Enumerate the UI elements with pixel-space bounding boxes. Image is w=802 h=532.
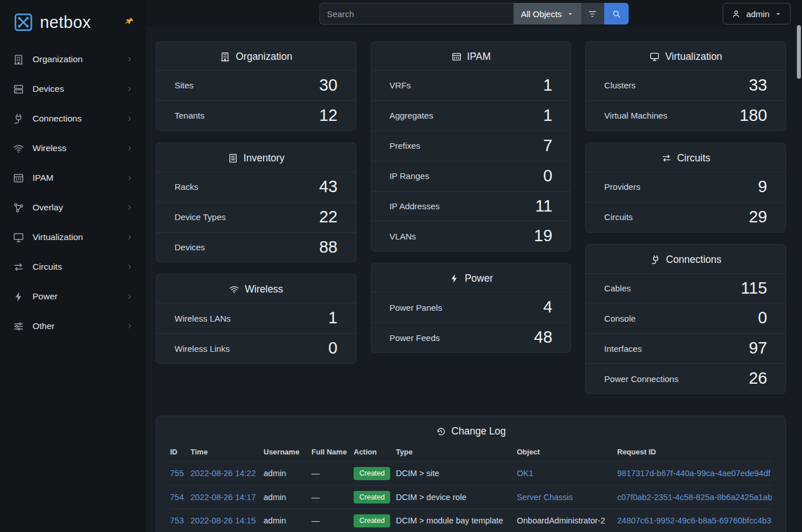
changelog-fullname: — xyxy=(311,509,354,532)
sidebar-item-circuits[interactable]: Circuits xyxy=(0,252,146,282)
stat-label: Wireless LANs xyxy=(175,314,230,323)
stat-value: 1 xyxy=(543,107,552,125)
sidebar-item-power[interactable]: Power xyxy=(0,282,146,311)
card-title: Inventory xyxy=(244,152,285,164)
sidebar-item-label: Organization xyxy=(33,54,118,64)
card-title: Power xyxy=(465,273,493,285)
changelog-object-link[interactable]: Server Chassis xyxy=(517,493,573,502)
changelog-type: DCIM > device role xyxy=(396,485,517,509)
stat-label: Tenants xyxy=(175,111,205,120)
stat-label: Prefixes xyxy=(390,141,420,151)
changelog-time-link[interactable]: 2022-08-26 14:17 xyxy=(191,493,256,502)
app: netbox Organization Devices Connections … xyxy=(0,0,802,532)
changelog-id-link[interactable]: 753 xyxy=(170,516,184,525)
stat-row-devices[interactable]: Devices 88 xyxy=(156,232,356,262)
filter-button[interactable] xyxy=(581,3,604,25)
changelog-request-id-link[interactable]: c07f0ab2-2351-4c58-825a-8b6a2425a1ab xyxy=(617,493,772,502)
netbox-logo-icon xyxy=(13,11,34,33)
stat-value: 88 xyxy=(319,238,337,257)
caret-down-icon xyxy=(566,10,574,18)
server-icon xyxy=(13,83,25,95)
stat-row-console[interactable]: Console 0 xyxy=(586,303,785,333)
card-power: Power Power Panels 4 Power Feeds 48 xyxy=(371,263,572,353)
stat-label: Wireless Links xyxy=(175,344,230,354)
sidebar-item-wireless[interactable]: Wireless xyxy=(0,133,146,163)
building-icon xyxy=(220,51,230,62)
changelog-id-link[interactable]: 755 xyxy=(170,469,184,478)
stat-row-prefixes[interactable]: Prefixes 7 xyxy=(371,131,571,161)
stat-value: 97 xyxy=(749,339,767,358)
object-type-label: All Objects xyxy=(521,9,562,19)
sidebar-item-label: IPAM xyxy=(33,173,118,183)
stat-row-vrfs[interactable]: VRFs 1 xyxy=(371,70,571,100)
card-virtualization: Virtualization Clusters 33 Virtual Machi… xyxy=(585,41,786,131)
building-icon xyxy=(13,54,25,66)
sidebar-item-virtualization[interactable]: Virtualization xyxy=(0,222,146,252)
stat-row-aggregates[interactable]: Aggregates 1 xyxy=(371,100,571,131)
stat-row-wireless-links[interactable]: Wireless Links 0 xyxy=(156,333,356,363)
sliders-icon xyxy=(13,320,25,332)
stat-row-tenants[interactable]: Tenants 12 xyxy=(156,100,356,131)
changelog-time-link[interactable]: 2022-08-26 14:22 xyxy=(191,469,256,478)
stat-row-power-connections[interactable]: Power Connections 26 xyxy=(586,363,785,393)
changelog-time-link[interactable]: 2022-08-26 14:15 xyxy=(191,516,256,525)
brand-wordmark: netbox xyxy=(40,13,91,32)
changelog-object-link[interactable]: OK1 xyxy=(517,469,533,478)
stat-row-interfaces[interactable]: Interfaces 97 xyxy=(586,333,785,363)
sidebar-item-connections[interactable]: Connections xyxy=(0,104,146,133)
sidebar-item-devices[interactable]: Devices xyxy=(0,74,146,104)
stat-label: IP Ranges xyxy=(390,171,430,181)
chevron-right-icon xyxy=(125,233,133,241)
stat-row-wireless-lans[interactable]: Wireless LANs 1 xyxy=(156,303,356,333)
stat-row-circuits[interactable]: Circuits 29 xyxy=(586,202,785,232)
stat-row-device-types[interactable]: Device Types 22 xyxy=(156,202,356,232)
changelog-action-badge: Created xyxy=(354,491,390,504)
stat-label: Power Connections xyxy=(604,374,678,384)
stat-row-power-panels[interactable]: Power Panels 4 xyxy=(371,292,571,322)
chevron-right-icon xyxy=(125,144,133,152)
card-title: Wireless xyxy=(245,283,283,295)
person-icon-wrap xyxy=(731,9,741,19)
stat-label: Power Panels xyxy=(390,303,443,312)
changelog-row: 755 2022-08-26 14:22 admin — Created DCI… xyxy=(170,462,772,486)
stat-row-racks[interactable]: Racks 43 xyxy=(156,172,356,202)
stat-row-vlans[interactable]: VLANs 19 xyxy=(371,221,571,251)
search-button[interactable] xyxy=(604,3,629,25)
stat-row-clusters[interactable]: Clusters 33 xyxy=(586,70,785,100)
dashboard-grid: Organization Sites 30 Tenants 12 Invento… xyxy=(156,41,786,394)
dashboard-column: IPAM VRFs 1 Aggregates 1 Prefixes 7 IP R… xyxy=(371,41,572,353)
sidebar-item-other[interactable]: Other xyxy=(0,311,146,341)
search-input[interactable] xyxy=(319,3,513,25)
changelog-col-type: Type xyxy=(396,445,517,462)
card-title: Circuits xyxy=(677,152,710,164)
changelog-title: Change Log xyxy=(451,425,505,437)
changelog-row: 754 2022-08-26 14:17 admin — Created DCI… xyxy=(170,485,772,509)
bolt-icon xyxy=(13,291,25,303)
changelog-fullname: — xyxy=(311,485,354,509)
stat-value: 48 xyxy=(534,328,552,347)
stat-row-power-feeds[interactable]: Power Feeds 48 xyxy=(371,322,571,352)
stat-row-cables[interactable]: Cables 115 xyxy=(586,273,785,303)
changelog-id-link[interactable]: 754 xyxy=(170,493,184,502)
user-menu-button[interactable]: admin xyxy=(723,3,791,25)
changelog-request-id-link[interactable]: 9817317d-b67f-440a-99ca-4ae07ede94df xyxy=(617,469,770,478)
stat-label: Device Types xyxy=(175,212,226,222)
scrollbar-thumb[interactable] xyxy=(797,25,801,79)
stat-row-providers[interactable]: Providers 9 xyxy=(586,172,785,202)
sidebar-pin-button[interactable] xyxy=(123,15,135,27)
sidebar-item-ipam[interactable]: IPAM xyxy=(0,163,146,193)
changelog-request-id-link[interactable]: 24807c61-9952-49c6-b8a5-69760bfcc4b3 xyxy=(617,516,771,525)
stat-row-ip-addresses[interactable]: IP Addresses 11 xyxy=(371,191,571,221)
history-icon xyxy=(436,427,446,437)
sidebar-item-organization[interactable]: Organization xyxy=(0,44,146,74)
stat-value: 29 xyxy=(749,208,767,226)
stat-value: 12 xyxy=(319,107,337,125)
sidebar-item-label: Connections xyxy=(33,113,118,124)
filter-icon xyxy=(588,9,597,19)
object-type-selector[interactable]: All Objects xyxy=(513,3,581,25)
sidebar-item-overlay[interactable]: Overlay xyxy=(0,193,146,222)
stat-row-ip-ranges[interactable]: IP Ranges 0 xyxy=(371,161,571,191)
stat-row-sites[interactable]: Sites 30 xyxy=(156,70,356,100)
stat-row-virtual-machines[interactable]: Virtual Machines 180 xyxy=(586,100,785,131)
pin-icon xyxy=(123,15,135,27)
